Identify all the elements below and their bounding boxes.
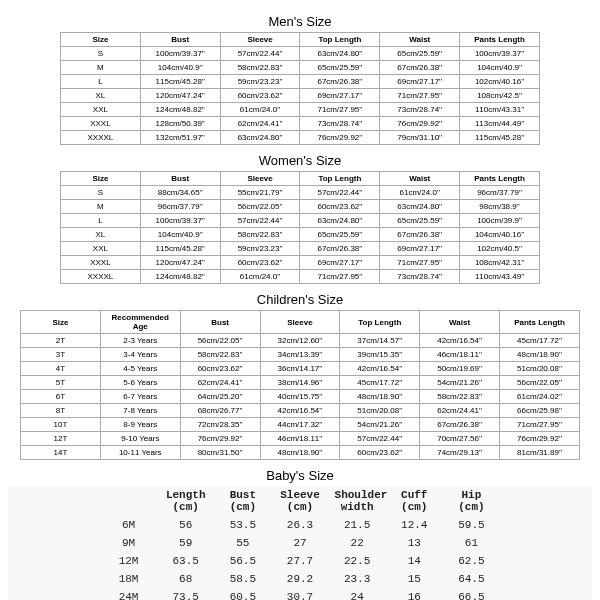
table-row: XXXXL124cm/48.82''61cm/24.0''71cm/27.95'…	[61, 270, 540, 284]
cell: 98cm/38.9''	[460, 200, 540, 214]
cell: 73cm/28.74''	[380, 270, 460, 284]
cell: 71cm/27.95''	[300, 270, 380, 284]
cell: 13	[386, 534, 443, 552]
cell: 76cm/29.92''	[300, 131, 380, 145]
cell: 48cm/18.90''	[260, 446, 340, 460]
cell: 59.5	[443, 516, 500, 534]
table-row: XXXXL132cm/51.97''63cm/24.80''76cm/29.92…	[61, 131, 540, 145]
col-header: Bust	[140, 33, 220, 47]
cell: 5T	[21, 376, 101, 390]
col-header: Bust	[140, 172, 220, 186]
cell: L	[61, 214, 141, 228]
cell: 104cm/40.9''	[140, 61, 220, 75]
cell: 9M	[100, 534, 157, 552]
cell: 26.3	[271, 516, 328, 534]
table-row: XXXL120cm/47.24''60cm/23.62''69cm/27.17'…	[61, 256, 540, 270]
cell: 61cm/24.0''	[380, 186, 460, 200]
cell: 57cm/22.44''	[300, 186, 380, 200]
cell: 61cm/24.0''	[220, 270, 300, 284]
table-row: 9M595527221361	[100, 534, 500, 552]
cell: 69cm/27.17''	[380, 75, 460, 89]
cell: 72cm/28.35''	[180, 418, 260, 432]
cell: XXXL	[61, 117, 141, 131]
cell: L	[61, 75, 141, 89]
cell: 71cm/27.95''	[380, 256, 460, 270]
cell: 81cm/31.89''	[500, 446, 580, 460]
cell: XL	[61, 89, 141, 103]
cell: 4-5 Years	[100, 362, 180, 376]
cell: 96cm/37.79''	[140, 200, 220, 214]
cell: 120cm/47.24''	[140, 256, 220, 270]
cell: 32cm/12.60''	[260, 334, 340, 348]
cell: M	[61, 61, 141, 75]
cell: 29.2	[271, 570, 328, 588]
cell: 102cm/40.16''	[460, 75, 540, 89]
table-row: XXL124cm/48.82''61cm/24.0''71cm/27.95''7…	[61, 103, 540, 117]
cell: 64.5	[443, 570, 500, 588]
cell: 24	[329, 588, 386, 600]
cell: 71cm/27.95''	[300, 103, 380, 117]
cell: 30.7	[271, 588, 328, 600]
cell: 63cm/24.80''	[380, 200, 460, 214]
cell: 124cm/48.82''	[140, 270, 220, 284]
cell: 110cm/43.31''	[460, 103, 540, 117]
table-row: M104cm/40.9''58cm/22.83''65cm/25.59''67c…	[61, 61, 540, 75]
cell: 65cm/25.59''	[300, 228, 380, 242]
table-row: 14T10-11 Years80cm/31.50''48cm/18.90''60…	[21, 446, 580, 460]
cell: 57cm/22.44''	[340, 432, 420, 446]
cell: 46cm/18.11''	[420, 348, 500, 362]
col-header: Size	[21, 311, 101, 334]
cell: 88cm/34.65''	[140, 186, 220, 200]
col-header: Pants Length	[460, 33, 540, 47]
cell: 37cm/14.57''	[340, 334, 420, 348]
col-header: Pants Length	[460, 172, 540, 186]
cell: 58cm/22.83''	[420, 390, 500, 404]
cell: 104cm/40.9''	[460, 61, 540, 75]
cell: 60cm/23.62''	[300, 200, 380, 214]
col-header: Hip (cm)	[443, 486, 500, 516]
cell: 115cm/45.28''	[140, 75, 220, 89]
cell: 40cm/15.75''	[260, 390, 340, 404]
cell: 58.5	[214, 570, 271, 588]
cell: 3T	[21, 348, 101, 362]
cell: 62cm/24.41''	[220, 117, 300, 131]
cell: 96cm/37.79''	[460, 186, 540, 200]
table-row: S88cm/34.65''55cm/21.79''57cm/22.44''61c…	[61, 186, 540, 200]
cell: 65cm/25.59''	[380, 214, 460, 228]
col-header: Top Length	[300, 33, 380, 47]
cell: 74cm/29.13''	[420, 446, 500, 460]
cell: 65cm/25.59''	[380, 47, 460, 61]
table-row: 6M5653.526.321.512.459.5	[100, 516, 500, 534]
cell: XXL	[61, 103, 141, 117]
cell: 108cm/42.5''	[460, 89, 540, 103]
table-row: 18M6858.529.223.31564.5	[100, 570, 500, 588]
col-header: Size	[61, 33, 141, 47]
cell: S	[61, 186, 141, 200]
cell: 12.4	[386, 516, 443, 534]
col-header: Sleeve	[220, 172, 300, 186]
cell: 15	[386, 570, 443, 588]
col-header: Recommended Age	[100, 311, 180, 334]
cell: 53.5	[214, 516, 271, 534]
col-header: Top Length	[300, 172, 380, 186]
cell: 8-9 Years	[100, 418, 180, 432]
cell: 42cm/16.54''	[260, 404, 340, 418]
cell: 57cm/22.44''	[220, 47, 300, 61]
babys-table: Length (cm)Bust (cm)Sleeve (cm)Shoulder …	[100, 486, 500, 600]
cell: 7-8 Years	[100, 404, 180, 418]
cell: 2T	[21, 334, 101, 348]
cell: XXXXL	[61, 270, 141, 284]
cell: 54cm/21.26''	[340, 418, 420, 432]
cell: 115cm/45.28''	[140, 242, 220, 256]
cell: 36cm/14.17''	[260, 362, 340, 376]
col-header: Waist	[380, 33, 460, 47]
mens-size-section: Men's Size SizeBustSleeveTop LengthWaist…	[8, 14, 592, 145]
cell: 50cm/19.69''	[420, 362, 500, 376]
table-row: 3T3-4 Years58cm/22.83''34cm/13.39''39cm/…	[21, 348, 580, 362]
cell: 67cm/26.38''	[380, 61, 460, 75]
cell: 56.5	[214, 552, 271, 570]
cell: 18M	[100, 570, 157, 588]
table-row: XL120cm/47.24''60cm/23.62''69cm/27.17''7…	[61, 89, 540, 103]
cell: 59	[157, 534, 214, 552]
table-row: 8T7-8 Years68cm/26.77''42cm/16.54''51cm/…	[21, 404, 580, 418]
